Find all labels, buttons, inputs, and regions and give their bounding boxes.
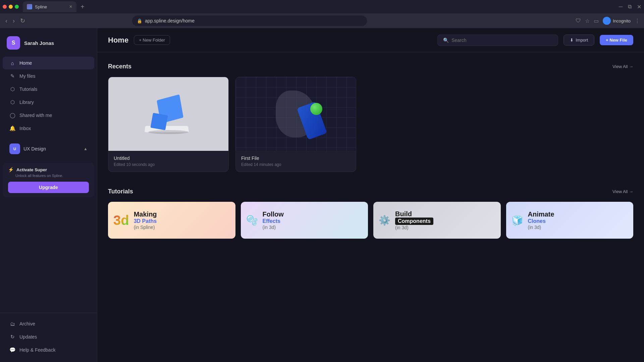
tutorial-card-3dpaths[interactable]: 3d Making 3D Paths (in Spline) [108,202,235,239]
tab-close-icon[interactable]: ✕ [69,4,72,9]
workspace-initials: U [13,147,16,151]
tutorial-card-components[interactable]: ⚙️ Build Components (in 3d) [373,202,501,239]
main-content: Home + New Folder 🔍 ⬇ Import + New File … [97,28,644,362]
tutorials-grid: 3d Making 3D Paths (in Spline) 🫧 Follow … [108,202,633,239]
sidebar-user: S Sarah Jonas [0,34,97,56]
chevron-up-icon: ▲ [84,146,88,151]
tutorial-main-effects: Follow [263,210,363,218]
tutorial-icon-components: ⚙️ [379,215,390,226]
sidebar-bottom: 🗂 Archive ↻ Updates 💬 Help & Feedback [0,313,97,357]
close-button[interactable]: ✕ [637,4,641,10]
file-info-untitled: Untitled Edited 10 seconds ago [108,151,228,172]
tutorial-icon-clones: 🧊 [512,215,523,226]
tutorial-meta-3dpaths: (in Spline) [134,225,230,230]
sidebar-item-archive[interactable]: 🗂 Archive [3,317,94,330]
workspace-name: UX Design [23,146,46,152]
library-icon: ⬡ [9,99,15,105]
tutorial-main-3dpaths: Making [134,210,230,218]
activate-super-row: ⚡ Activate Super [8,167,89,172]
sidebar-toggle-icon[interactable]: ▭ [594,18,599,24]
avatar-initials: S [12,40,15,46]
file-meta-firstfile: Edited 14 minutes ago [241,162,351,167]
sidebar-item-label-sharedwithme: Shared with me [19,113,52,118]
cube-shadow-shape [148,130,189,134]
file-info-firstfile: First File Edited 14 minutes ago [236,151,356,172]
recents-grid: Untitled Edited 10 seconds ago [108,77,356,172]
green-sphere-shape [310,103,322,115]
app-container: S Sarah Jonas ⌂ Home ✎ My files ⬡ Tutori… [0,28,644,362]
user-name: Sarah Jonas [24,40,54,46]
file-thumbnail-untitled [108,77,228,151]
search-input[interactable] [451,38,552,43]
avatar: S [7,36,20,50]
tutorial-tag-components: Components [395,218,433,225]
refresh-button[interactable]: ↻ [19,16,26,26]
forward-button[interactable]: › [11,16,16,26]
close-window-icon[interactable] [3,5,7,9]
import-button[interactable]: ⬇ Import [564,35,594,46]
sidebar-item-label-myfiles: My files [19,73,35,79]
file-card-firstfile[interactable]: First File Edited 14 minutes ago [235,77,356,172]
tutorial-card-effects[interactable]: 🫧 Follow Effects (in 3d) [241,202,368,239]
file-name-untitled: Untitled [114,156,223,161]
maximize-window-icon[interactable] [15,5,19,9]
main-scroll: Recents View All → Untitled [97,52,644,362]
recents-section-header: Recents View All → [108,63,633,70]
sidebar-item-helpfeedback[interactable]: 💬 Help & Feedback [3,344,94,356]
sidebar-item-sharedwithme[interactable]: ◯ Shared with me [3,109,94,122]
sidebar-item-label-library: Library [19,100,34,105]
address-bar[interactable]: 🔒 app.spline.design/home [132,15,367,26]
minimize-button[interactable]: ─ [619,4,623,10]
sidebar-item-label-tutorials: Tutorials [19,86,37,92]
recents-view-all-button[interactable]: View All → [612,64,633,69]
activate-title: Activate Super [16,167,47,172]
pen-icon: ✎ [9,73,15,79]
workspace-avatar: U [9,143,20,154]
tutorials-section-header: Tutorials View All → [108,188,633,195]
toolbar-right: 🛡 ☆ ▭ Incognito ⋮ [576,17,640,25]
workspace-item-uxdesign[interactable]: U UX Design ▲ [3,140,94,158]
tutorial-text-components: Build Components (in 3d) [395,210,495,230]
star-icon[interactable]: ☆ [585,18,590,24]
profile-label: Incognito [613,18,631,23]
sidebar-nav: ⌂ Home ✎ My files ⬡ Tutorials ⬡ Library … [0,56,97,310]
back-button[interactable]: ‹ [4,16,9,26]
search-icon: 🔍 [443,38,449,43]
recents-title: Recents [108,63,131,70]
sidebar-item-updates[interactable]: ↻ Updates [3,330,94,343]
new-file-button[interactable]: + New File [600,35,633,45]
sidebar-item-tutorials[interactable]: ⬡ Tutorials [3,83,94,96]
window-traffic-lights [3,5,19,9]
shield-icon[interactable]: 🛡 [576,18,581,24]
tutorial-text-effects: Follow Effects (in 3d) [263,210,363,230]
file-card-untitled[interactable]: Untitled Edited 10 seconds ago [108,77,229,172]
upgrade-button[interactable]: Upgrade [8,182,89,193]
main-header: Home + New Folder 🔍 ⬇ Import + New File [97,28,644,52]
sidebar-item-label-archive: Archive [19,321,35,326]
upgrade-section: ⚡ Activate Super Unlock all features on … [3,163,94,197]
sidebar-item-inbox[interactable]: 🔔 Inbox [3,122,94,135]
lock-icon: 🔒 [137,18,142,23]
sidebar-item-home[interactable]: ⌂ Home [3,57,94,69]
restore-button[interactable]: ⧉ [628,4,632,10]
address-text: app.spline.design/home [145,18,195,23]
tutorial-main-clones: Animate [528,210,628,218]
new-folder-button[interactable]: + New Folder [134,35,170,45]
menu-icon[interactable]: ⋮ [635,18,640,24]
sidebar-item-library[interactable]: ⬡ Library [3,96,94,109]
tutorial-sub-clones: Clones [528,218,628,224]
profile-button[interactable]: Incognito [603,17,631,25]
sidebar-item-label-helpfeedback: Help & Feedback [19,347,55,353]
tutorials-icon: ⬡ [9,86,15,92]
3d-scene [236,77,356,151]
tutorial-card-clones[interactable]: 🧊 Animate Clones (in 3d) [506,202,634,239]
tutorials-view-all-button[interactable]: View All → [612,189,633,194]
lightning-icon: ⚡ [8,167,14,172]
sidebar-item-myfiles[interactable]: ✎ My files [3,70,94,82]
new-tab-button[interactable]: + [78,3,87,11]
active-tab[interactable]: Spline ✕ [23,1,76,12]
search-bar[interactable]: 🔍 [437,35,558,46]
tutorial-text-clones: Animate Clones (in 3d) [528,210,628,230]
minimize-window-icon[interactable] [9,5,13,9]
window-controls: ─ ⧉ ✕ [619,4,641,10]
